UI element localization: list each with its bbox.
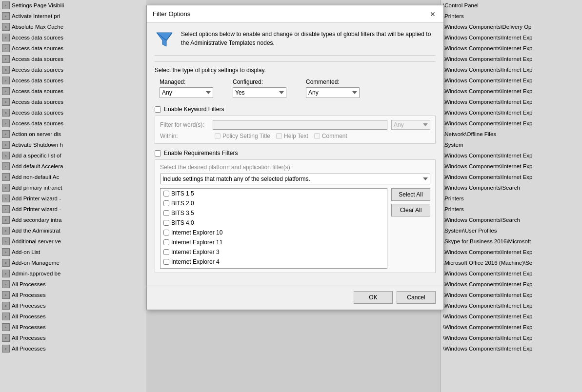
- filter-options-dialog: Filter Options ✕ Select options below to…: [146, 5, 444, 310]
- managed-col: Managed: Any Yes No: [160, 78, 213, 98]
- platform-ie-3[interactable]: Internet Explorer 3: [161, 247, 387, 257]
- configured-label: Configured:: [233, 78, 286, 85]
- requirements-filter-checkbox[interactable]: [155, 150, 161, 157]
- filter-words-dropdown[interactable]: Any All: [391, 120, 430, 130]
- help-text-label: Help Text: [284, 133, 308, 139]
- req-dropdown[interactable]: Include settings that match any of the s…: [160, 174, 430, 184]
- platform-ie-11-label: Internet Explorer 11: [171, 239, 222, 246]
- platform-ie-10[interactable]: Internet Explorer 10: [161, 228, 387, 237]
- platform-ie-4-checkbox[interactable]: [163, 259, 169, 265]
- dialog-footer: OK Cancel: [147, 286, 443, 310]
- policy-type-row: Managed: Any Yes No Configured: Any Yes …: [155, 78, 436, 98]
- policy-type-label: Select the type of policy settings to di…: [155, 67, 436, 74]
- platform-ie-5-label: Internet Explorer 5: [171, 268, 220, 269]
- platform-ie-10-checkbox[interactable]: [163, 230, 169, 235]
- commented-dropdown[interactable]: Any Yes No: [306, 87, 360, 98]
- platform-ie-3-checkbox[interactable]: [163, 249, 169, 255]
- platform-bits-2-0[interactable]: BITS 2.0: [161, 198, 387, 208]
- platform-bits-1-5[interactable]: BITS 1.5: [161, 189, 387, 198]
- clear-all-button[interactable]: Clear All: [391, 204, 430, 216]
- comment-label: Comment: [322, 133, 347, 139]
- managed-dropdown[interactable]: Any Yes No: [160, 87, 213, 98]
- platform-ie-11[interactable]: Internet Explorer 11: [161, 237, 387, 247]
- dialog-titlebar: Filter Options ✕: [147, 5, 443, 23]
- separator-1: [155, 61, 436, 62]
- policy-setting-title-checkbox[interactable]: [215, 133, 221, 139]
- platform-ie-4-label: Internet Explorer 4: [171, 258, 220, 265]
- help-text-option[interactable]: Help Text: [276, 133, 308, 139]
- platform-bits-2-0-checkbox[interactable]: [163, 200, 169, 206]
- requirements-box: Select the desired platform and applicat…: [155, 159, 436, 273]
- platform-bits-2-0-label: BITS 2.0: [171, 200, 194, 207]
- platform-bits-3-5[interactable]: BITS 3.5: [161, 208, 387, 218]
- policy-setting-title-option[interactable]: Policy Setting Title: [215, 133, 270, 139]
- requirements-filter-label[interactable]: Enable Requirements Filters: [155, 150, 436, 157]
- platform-ie-5[interactable]: Internet Explorer 5: [161, 267, 387, 269]
- platform-bits-3-5-label: BITS 3.5: [171, 210, 194, 216]
- policy-setting-title-label: Policy Setting Title: [222, 133, 270, 139]
- platform-ie-11-checkbox[interactable]: [163, 239, 169, 245]
- platforms-row: BITS 1.5 BITS 2.0 BITS 3.5 BITS 4.0: [160, 188, 430, 269]
- platform-ie-10-label: Internet Explorer 10: [171, 229, 222, 236]
- dialog-header-text: Select options below to enable and chang…: [181, 30, 436, 47]
- requirements-filter-section: Enable Requirements Filters Select the d…: [155, 150, 436, 273]
- cancel-button[interactable]: Cancel: [397, 291, 436, 304]
- platforms-list[interactable]: BITS 1.5 BITS 2.0 BITS 3.5 BITS 4.0: [160, 188, 387, 269]
- filter-words-row: Filter for word(s): Any All: [160, 120, 430, 130]
- commented-col: Commented: Any Yes No: [306, 78, 360, 98]
- platform-bits-4-0[interactable]: BITS 4.0: [161, 218, 387, 228]
- platform-buttons: Select All Clear All: [391, 188, 430, 269]
- comment-option[interactable]: Comment: [314, 133, 347, 139]
- keyword-filter-label[interactable]: Enable Keyword Filters: [155, 106, 436, 113]
- funnel-icon: [155, 30, 174, 49]
- ok-button[interactable]: OK: [354, 291, 393, 304]
- select-all-button[interactable]: Select All: [391, 188, 430, 201]
- configured-col: Configured: Any Yes No: [233, 78, 286, 98]
- filter-words-input[interactable]: [213, 120, 387, 130]
- help-text-checkbox[interactable]: [276, 133, 282, 139]
- platform-bits-4-0-label: BITS 4.0: [171, 219, 194, 226]
- comment-checkbox[interactable]: [314, 133, 320, 139]
- platform-bits-1-5-checkbox[interactable]: [163, 191, 169, 196]
- keyword-box: Filter for word(s): Any All Within: Poli…: [155, 116, 436, 144]
- within-label: Within:: [160, 133, 209, 139]
- platform-bits-4-0-checkbox[interactable]: [163, 220, 169, 226]
- close-button[interactable]: ✕: [428, 9, 438, 19]
- platform-bits-1-5-label: BITS 1.5: [171, 190, 194, 197]
- platform-ie-3-label: Internet Explorer 3: [171, 249, 220, 255]
- dialog-header-section: Select options below to enable and chang…: [155, 30, 436, 56]
- configured-dropdown[interactable]: Any Yes No: [233, 87, 286, 98]
- req-select-label: Select the desired platform and applicat…: [160, 164, 430, 171]
- managed-label: Managed:: [160, 78, 213, 85]
- filter-words-label: Filter for word(s):: [160, 121, 209, 128]
- commented-label: Commented:: [306, 78, 360, 85]
- keyword-filter-checkbox[interactable]: [155, 106, 161, 113]
- req-dropdown-row: Include settings that match any of the s…: [160, 174, 430, 184]
- within-row: Within: Policy Setting Title Help Text C…: [160, 133, 430, 139]
- dialog-title: Filter Options: [153, 10, 190, 18]
- platform-bits-3-5-checkbox[interactable]: [163, 210, 169, 216]
- dialog-body: Select options below to enable and chang…: [147, 23, 443, 286]
- keyword-filter-section: Enable Keyword Filters Filter for word(s…: [155, 106, 436, 144]
- platform-ie-4[interactable]: Internet Explorer 4: [161, 257, 387, 267]
